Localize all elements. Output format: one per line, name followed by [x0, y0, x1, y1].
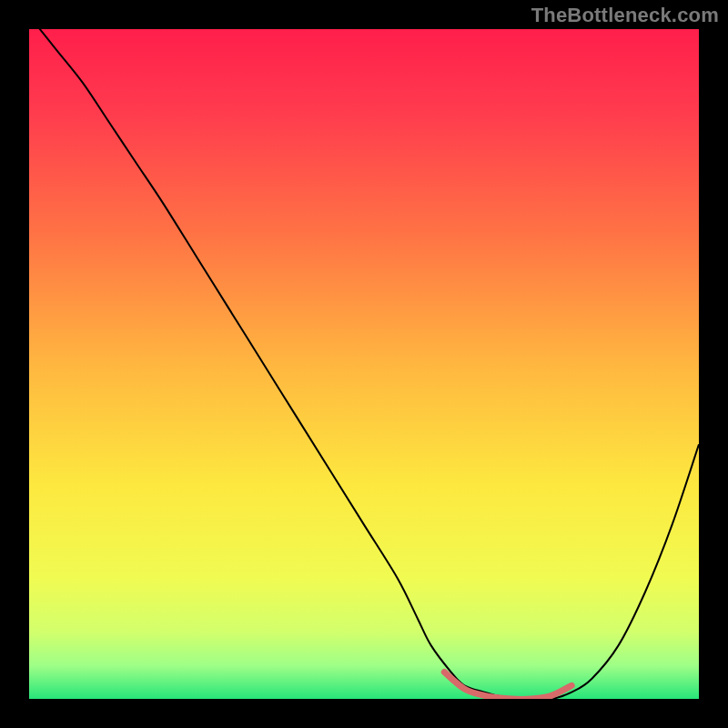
- watermark-text: TheBottleneck.com: [531, 4, 719, 27]
- plot-area: [29, 29, 699, 699]
- chart-stage: TheBottleneck.com: [0, 0, 728, 728]
- curve-layer: [29, 29, 699, 699]
- bottleneck-curve: [29, 29, 699, 699]
- optimal-range-marker: [444, 672, 571, 699]
